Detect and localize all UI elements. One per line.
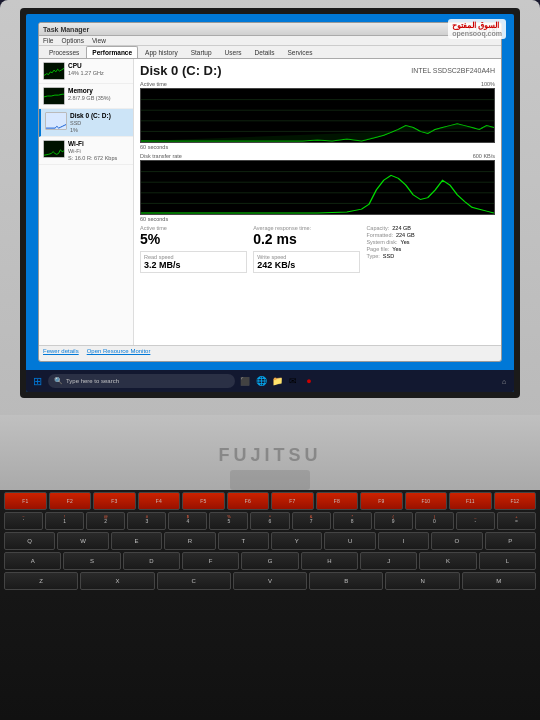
taskview-icon[interactable]: ⬛ <box>239 375 251 387</box>
key-tilde[interactable]: ~` <box>4 512 43 530</box>
sys-tray[interactable]: ⌂ <box>498 375 510 387</box>
sidebar-item-memory[interactable]: Memory 2.8/7.9 GB (35%) <box>39 84 133 109</box>
cpu-label: CPU <box>68 62 129 69</box>
tm-main-panel: Disk 0 (C: D:) INTEL SSDSC2BF240A4H Acti… <box>134 59 501 345</box>
sidebar-item-cpu[interactable]: CPU 14% 1.27 GHz <box>39 59 133 84</box>
key-f8[interactable]: F8 <box>316 492 359 510</box>
search-bar[interactable]: 🔍 Type here to search <box>48 374 235 388</box>
tab-performance[interactable]: Performance <box>86 46 138 58</box>
key-f4[interactable]: F4 <box>138 492 181 510</box>
key-h[interactable]: H <box>301 552 358 570</box>
read-speed-value: 3.2 MB/s <box>144 260 243 270</box>
chart1-labels: Active time 100% <box>140 81 495 87</box>
key-i[interactable]: I <box>378 532 429 550</box>
key-f[interactable]: F <box>182 552 239 570</box>
sidebar-item-wifi[interactable]: Wi-Fi Wi-Fi S: 16.0 R: 672 Kbps <box>39 137 133 165</box>
key-q[interactable]: Q <box>4 532 55 550</box>
search-placeholder: Type here to search <box>66 378 119 384</box>
tab-services[interactable]: Services <box>281 46 318 58</box>
key-u[interactable]: U <box>324 532 375 550</box>
key-p[interactable]: P <box>485 532 536 550</box>
key-minus[interactable]: _- <box>456 512 495 530</box>
key-6[interactable]: ^6 <box>250 512 289 530</box>
tab-app-history[interactable]: App history <box>139 46 184 58</box>
key-f5[interactable]: F5 <box>182 492 225 510</box>
tab-details[interactable]: Details <box>249 46 281 58</box>
stats-left: Active time 5% Read speed 3.2 MB/s <box>140 225 247 273</box>
system-disk-value: Yes <box>401 239 410 245</box>
key-n[interactable]: N <box>385 572 459 590</box>
key-m[interactable]: M <box>462 572 536 590</box>
fewer-details-link[interactable]: Fewer details <box>43 348 79 354</box>
transfer-rate-chart <box>140 160 495 215</box>
screen-bezel: Task Manager _ □ ✕ File Options View Pro… <box>20 8 520 398</box>
key-8[interactable]: *8 <box>333 512 372 530</box>
key-3[interactable]: #3 <box>127 512 166 530</box>
key-1[interactable]: !1 <box>45 512 84 530</box>
file-menu[interactable]: File <box>43 37 53 44</box>
key-f1[interactable]: F1 <box>4 492 47 510</box>
type-row: Type: SSD <box>366 253 495 259</box>
resource-monitor-link[interactable]: Open Resource Monitor <box>87 348 151 354</box>
keyboard-asdf-row: A S D F G H J K L <box>0 552 540 570</box>
key-f11[interactable]: F11 <box>449 492 492 510</box>
key-y[interactable]: Y <box>271 532 322 550</box>
key-f7[interactable]: F7 <box>271 492 314 510</box>
key-e[interactable]: E <box>111 532 162 550</box>
fileexplorer-icon[interactable]: 📁 <box>271 375 283 387</box>
write-speed-box: Write speed 242 KB/s <box>253 251 360 273</box>
key-k[interactable]: K <box>419 552 476 570</box>
key-s[interactable]: S <box>63 552 120 570</box>
key-d[interactable]: D <box>123 552 180 570</box>
key-g[interactable]: G <box>241 552 298 570</box>
memory-mini-chart <box>43 87 65 105</box>
tab-users[interactable]: Users <box>219 46 248 58</box>
tab-processes[interactable]: Processes <box>43 46 85 58</box>
key-4[interactable]: $4 <box>168 512 207 530</box>
key-f2[interactable]: F2 <box>49 492 92 510</box>
formatted-label: Formatted: <box>366 232 393 238</box>
key-a[interactable]: A <box>4 552 61 570</box>
key-9[interactable]: (9 <box>374 512 413 530</box>
key-b[interactable]: B <box>309 572 383 590</box>
key-r[interactable]: R <box>164 532 215 550</box>
read-speed-stat: Read speed 3.2 MB/s <box>140 251 247 273</box>
key-z[interactable]: Z <box>4 572 78 590</box>
options-menu[interactable]: Options <box>61 37 83 44</box>
key-t[interactable]: T <box>218 532 269 550</box>
key-c[interactable]: C <box>157 572 231 590</box>
key-x[interactable]: X <box>80 572 154 590</box>
trackpad[interactable] <box>230 470 310 490</box>
key-f3[interactable]: F3 <box>93 492 136 510</box>
tab-startup[interactable]: Startup <box>185 46 218 58</box>
key-v[interactable]: V <box>233 572 307 590</box>
key-f10[interactable]: F10 <box>405 492 448 510</box>
mail-icon[interactable]: ✉ <box>287 375 299 387</box>
laptop-body: Task Manager _ □ ✕ File Options View Pro… <box>0 0 540 720</box>
key-0[interactable]: )0 <box>415 512 454 530</box>
key-l[interactable]: L <box>479 552 536 570</box>
browser-icon[interactable]: 🌐 <box>255 375 267 387</box>
key-w[interactable]: W <box>57 532 108 550</box>
start-button[interactable]: ⊞ <box>30 374 44 388</box>
red-icon[interactable]: ● <box>303 375 315 387</box>
tm-footer: Fewer details Open Resource Monitor <box>39 345 501 356</box>
view-menu[interactable]: View <box>92 37 106 44</box>
key-f9[interactable]: F9 <box>360 492 403 510</box>
key-j[interactable]: J <box>360 552 417 570</box>
key-7[interactable]: &7 <box>292 512 331 530</box>
key-o[interactable]: O <box>431 532 482 550</box>
formatted-row: Formatted: 224 GB <box>366 232 495 238</box>
system-disk-row: System disk: Yes <box>366 239 495 245</box>
page-file-row: Page file: Yes <box>366 246 495 252</box>
titlebar: Task Manager _ □ ✕ <box>39 23 501 36</box>
key-5[interactable]: %5 <box>209 512 248 530</box>
key-f12[interactable]: F12 <box>494 492 537 510</box>
svg-rect-4 <box>141 89 494 142</box>
key-f6[interactable]: F6 <box>227 492 270 510</box>
key-2[interactable]: @2 <box>86 512 125 530</box>
sidebar-item-disk[interactable]: Disk 0 (C: D:) SSD 1% <box>39 109 133 137</box>
key-equal[interactable]: += <box>497 512 536 530</box>
keyboard: F1 F2 F3 F4 F5 F6 F7 F8 F9 F10 F11 F12 ~… <box>0 490 540 720</box>
page-file-value: Yes <box>392 246 401 252</box>
